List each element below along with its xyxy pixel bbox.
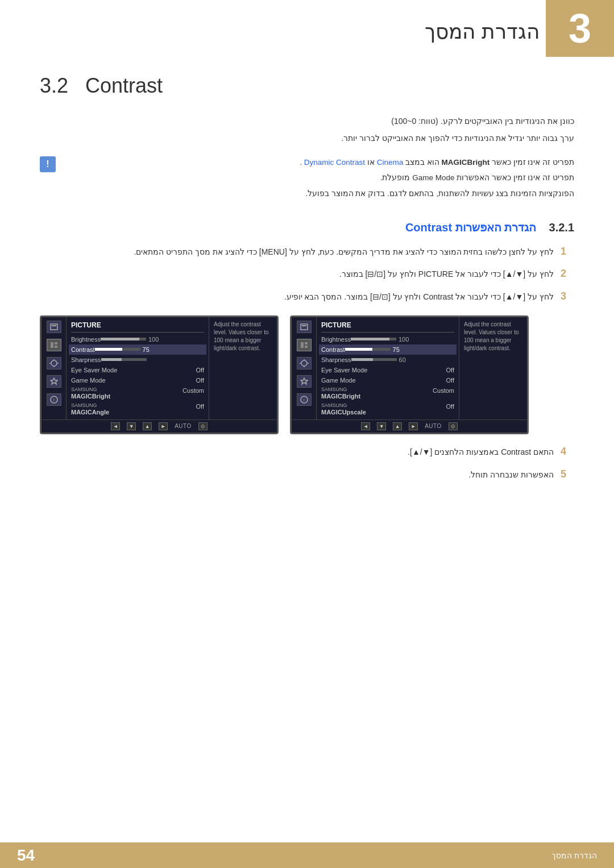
sidebar-icon-r2-selected [297, 339, 312, 351]
note-line-2: תפריט זה אינו זמין כאשר האפשרות Game Mod… [61, 172, 574, 184]
menu-row-magicbright-right: SAMSUNGMAGICBright Custom [321, 385, 454, 401]
step-2: 2 לחץ על [▼/▲] כדי לעבור אל PICTURE ולחץ… [40, 268, 574, 281]
sidebar-icon-1 [47, 321, 61, 333]
step-3: 3 לחץ על [▼/▲] כדי לעבור אל Contrast ולח… [40, 290, 574, 304]
note-line-3: הפונקציות הזמינות בצג עשויות להשתנות, בה… [61, 188, 574, 200]
menu-row-gamemode-right: Game Mode Off [321, 375, 454, 385]
svg-rect-16 [305, 342, 308, 344]
svg-rect-14 [302, 325, 306, 326]
btn-down-r: ▼ [377, 422, 386, 430]
sidebar-icon-r1 [297, 321, 312, 333]
note-line-1: תפריט זה אינו זמין כאשר MAGICBright הוא … [61, 156, 574, 169]
svg-rect-4 [55, 346, 57, 348]
subsection-name: הגדרת האפשרות Contrast [405, 221, 536, 234]
monitor-right: i PICTURE Brightness 100 Contrast [290, 315, 529, 434]
sidebar-icon-4 [47, 375, 61, 388]
description-1: כוונן את הניגודיות בין האובייקטים לרקע. … [40, 115, 574, 127]
menu-row-brightness-left: Brightness 100 [71, 334, 204, 344]
svg-text:i: i [304, 397, 305, 402]
menu-row-eyesaver-right: Eye Saver Mode Off [321, 365, 454, 375]
menu-row-magicupscale-right: SAMSUNGMAGICUpscale Off [321, 401, 454, 417]
svg-rect-17 [305, 346, 308, 348]
btn-up: ▲ [143, 422, 152, 430]
btn-left-r: ◄ [361, 422, 370, 430]
step-number-5: 5 [561, 468, 574, 480]
sidebar-icon-r4 [297, 375, 312, 388]
note-box: תפריט זה אינו זמין כאשר MAGICBright הוא … [40, 156, 574, 203]
note-icon: ! [40, 156, 56, 172]
svg-rect-15 [301, 342, 304, 348]
menu-row-magicangle-left: SAMSUNGMAGICAngle Off [71, 401, 204, 417]
monitor-bottom-right: ◄ ▼ ▲ ► AUTO ⊙ [292, 420, 527, 433]
note-content: תפריט זה אינו זמין כאשר MAGICBright הוא … [61, 156, 574, 203]
step-4: 4 התאם Contrast באמצעות הלחצנים [▼/▲]. [40, 446, 574, 459]
dynamic-contrast-text: Dynamic Contrast [304, 158, 365, 167]
main-content: 3.2 Contrast כוונן את הניגודיות בין האוב… [0, 57, 614, 513]
monitor-sidebar-left: i [42, 317, 67, 420]
menu-row-gamemode-left: Game Mode Off [71, 375, 204, 385]
step-text-2: לחץ על [▼/▲] כדי לעבור אל PICTURE ולחץ ע… [339, 268, 554, 281]
subsection-number: 3.2.1 [549, 221, 574, 234]
monitor-left: i PICTURE Brightness 100 [40, 315, 279, 434]
step-1: 1 לחץ על לחצן כלשהו בחזית המוצר כדי להצי… [40, 246, 574, 259]
note-period: . [300, 158, 302, 167]
monitor-sidebar-right: i [292, 317, 317, 420]
chapter-box: 3 [546, 0, 614, 57]
svg-rect-3 [55, 342, 57, 344]
note-text-mid: הוא במצב [403, 158, 439, 167]
step-5: 5 האפשרות שנבחרה תוחל. [40, 468, 574, 482]
btn-down: ▼ [127, 422, 136, 430]
menu-row-contrast-right: Contrast 75 [319, 344, 457, 355]
cinema-text: Cinema [377, 158, 404, 167]
svg-point-5 [51, 360, 57, 366]
menu-row-contrast-left: Contrast 75 [69, 344, 206, 355]
magic-bright-brand: MAGICBright [441, 158, 489, 167]
sidebar-icon-r5: i [297, 393, 312, 406]
step-number-3: 3 [561, 290, 574, 302]
btn-left: ◄ [111, 422, 120, 430]
btn-power-r: ⊙ [449, 422, 458, 430]
footer-page-number: 54 [17, 846, 35, 865]
svg-marker-10 [51, 378, 57, 384]
svg-text:i: i [53, 397, 55, 402]
menu-row-eyesaver-left: Eye Saver Mode Off [71, 365, 204, 375]
svg-point-18 [301, 360, 307, 366]
sidebar-icon-5: i [47, 393, 61, 406]
sidebar-icon-3 [47, 357, 61, 369]
chapter-title: הגדרת המסך [425, 20, 540, 44]
chapter-number: 3 [569, 8, 591, 49]
subsection-title: 3.2.1 הגדרת האפשרות Contrast [40, 221, 574, 234]
auto-label: AUTO [175, 423, 192, 429]
svg-rect-2 [51, 342, 53, 348]
sidebar-icon-2-selected [47, 339, 61, 351]
menu-row-sharpness-right: Sharpness 60 [321, 355, 454, 365]
section-name: Contrast [85, 74, 163, 97]
btn-up-r: ▲ [393, 422, 402, 430]
menu-title-left: PICTURE [71, 319, 204, 333]
step-number-4: 4 [561, 446, 574, 458]
section-number: 3.2 [40, 74, 68, 97]
page-footer: 54 הגדרת המסך [0, 842, 614, 868]
monitor-inner-right: i PICTURE Brightness 100 Contrast [292, 317, 527, 420]
step-text-1: לחץ על לחצן כלשהו בחזית המוצר כדי להציג … [134, 246, 554, 259]
step-number-2: 2 [561, 268, 574, 280]
btn-power: ⊙ [198, 422, 208, 430]
svg-marker-23 [301, 378, 308, 384]
monitor-right-panel-right: Adjust the contrast level. Values closer… [459, 317, 527, 420]
svg-rect-1 [52, 325, 56, 326]
menu-title-right: PICTURE [321, 319, 454, 333]
monitor-inner-left: i PICTURE Brightness 100 [42, 317, 277, 420]
btn-right: ► [159, 422, 168, 430]
step-text-3: לחץ על [▼/▲] כדי לעבור אל Contrast ולחץ … [284, 290, 554, 304]
svg-rect-0 [51, 324, 57, 330]
monitor-bottom-left: ◄ ▼ ▲ ► AUTO ⊙ [42, 420, 277, 433]
menu-row-brightness-right: Brightness 100 [321, 334, 454, 344]
screenshots-container: i PICTURE Brightness 100 [40, 315, 574, 434]
sidebar-icon-r3 [297, 357, 312, 369]
auto-label-r: AUTO [425, 423, 442, 429]
monitor-menu-left: PICTURE Brightness 100 Contrast [67, 317, 209, 420]
footer-chapter-title: הגדרת המסך [551, 851, 597, 860]
note-text-after: או [365, 158, 375, 167]
monitor-menu-right: PICTURE Brightness 100 Contrast 75 [317, 317, 459, 420]
note-text-before: תפריט זה אינו זמין כאשר [489, 158, 574, 167]
